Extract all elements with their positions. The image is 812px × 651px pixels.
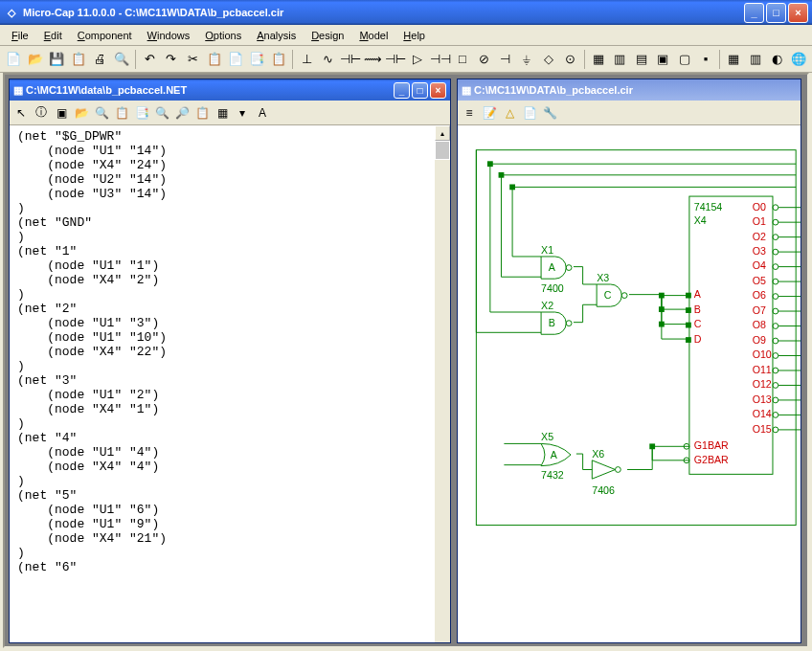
toolbar-button[interactable]: 📋 xyxy=(204,49,223,70)
menu-analysis[interactable]: Analysis xyxy=(249,28,304,43)
toolbar-button[interactable]: 🌐 xyxy=(789,49,808,70)
schematic-tool[interactable]: 🔧 xyxy=(540,103,559,123)
minimize-button[interactable]: _ xyxy=(744,3,764,23)
toolbar-button[interactable]: ▦ xyxy=(724,49,743,70)
netlist-tool[interactable]: ⓘ xyxy=(32,103,51,123)
schematic-tool[interactable]: 📄 xyxy=(520,103,539,123)
toolbar-button[interactable]: ↷ xyxy=(161,49,180,70)
svg-text:B: B xyxy=(549,317,555,328)
menu-help[interactable]: Help xyxy=(395,28,433,43)
netlist-tool[interactable]: 📋 xyxy=(192,103,212,123)
toolbar-button[interactable]: ⊣⊣ xyxy=(430,49,451,70)
toolbar-button[interactable]: ⊥ xyxy=(297,49,316,70)
menu-edit[interactable]: Edit xyxy=(36,28,70,43)
netlist-tool[interactable]: A xyxy=(253,103,272,123)
svg-text:X2: X2 xyxy=(541,300,553,311)
svg-rect-3 xyxy=(487,161,493,167)
netlist-scrollbar[interactable]: ▴ xyxy=(435,125,450,642)
toolbar-button[interactable]: ▪ xyxy=(696,49,715,70)
toolbar-button[interactable]: ✂ xyxy=(183,49,202,70)
menu-windows[interactable]: Windows xyxy=(140,28,198,43)
netlist-titlebar[interactable]: ▦ C:\MC11W\data\b_pcbaccel.NET _ □ × xyxy=(10,79,450,101)
menubar: FileEditComponentWindowsOptionsAnalysisD… xyxy=(0,25,812,46)
toolbar-button[interactable]: ▢ xyxy=(674,49,693,70)
toolbar-button[interactable]: ▤ xyxy=(631,49,650,70)
svg-point-56 xyxy=(773,353,778,359)
toolbar-button[interactable]: ▥ xyxy=(610,49,629,70)
scroll-up-button[interactable]: ▴ xyxy=(435,125,450,141)
toolbar-button[interactable]: 🔍 xyxy=(111,49,130,70)
svg-text:C: C xyxy=(694,318,702,329)
netlist-tool[interactable]: 🔍 xyxy=(152,103,171,123)
netlist-tool[interactable]: ▾ xyxy=(233,103,252,123)
toolbar-button[interactable]: ◐ xyxy=(767,49,786,70)
toolbar-button[interactable]: ⊣ xyxy=(496,49,515,70)
netlist-maximize-button[interactable]: □ xyxy=(412,82,428,99)
svg-point-44 xyxy=(773,294,778,300)
netlist-close-button[interactable]: × xyxy=(430,82,446,99)
netlist-tool[interactable]: 📑 xyxy=(132,103,151,123)
netlist-tool[interactable]: ↖ xyxy=(11,103,31,123)
netlist-tool[interactable]: ▣ xyxy=(52,103,71,123)
svg-text:O8: O8 xyxy=(753,319,766,330)
toolbar-button[interactable]: ∿ xyxy=(319,49,338,70)
netlist-tool[interactable]: 📂 xyxy=(72,103,91,123)
svg-text:O9: O9 xyxy=(753,334,766,346)
toolbar-button[interactable]: ⊣⊢ xyxy=(340,49,361,70)
schematic-tool[interactable]: 📝 xyxy=(480,103,499,123)
toolbar-button[interactable]: 📄 xyxy=(4,49,23,70)
schematic-canvas[interactable]: A X1 7400 B X2 C X3 A X5 7432 X6 7406 74… xyxy=(458,125,801,642)
netlist-title: C:\MC11W\data\b_pcbaccel.NET xyxy=(26,84,394,96)
toolbar-button[interactable]: ▣ xyxy=(653,49,672,70)
scroll-thumb[interactable] xyxy=(435,141,450,160)
toolbar-button[interactable]: ⟿ xyxy=(363,49,383,70)
svg-rect-1 xyxy=(509,184,515,190)
svg-text:X5: X5 xyxy=(541,432,553,443)
menu-options[interactable]: Options xyxy=(197,28,249,43)
svg-rect-78 xyxy=(686,323,691,328)
toolbar-button[interactable]: 📑 xyxy=(247,49,266,70)
svg-rect-2 xyxy=(499,172,505,178)
menu-model[interactable]: Model xyxy=(351,28,395,43)
toolbar-button[interactable]: □ xyxy=(453,49,472,70)
toolbar-button[interactable]: ▦ xyxy=(588,49,607,70)
schematic-tool[interactable]: △ xyxy=(500,103,519,123)
schematic-tool[interactable]: ≡ xyxy=(460,103,479,123)
toolbar-button[interactable]: ⊙ xyxy=(560,49,579,70)
svg-text:A: A xyxy=(694,289,702,301)
svg-text:O2: O2 xyxy=(753,231,766,242)
netlist-toolbar: ↖ⓘ▣📂🔍📋📑🔍🔎📋▦▾A xyxy=(10,101,450,125)
svg-text:O1: O1 xyxy=(753,215,766,227)
toolbar-button[interactable]: 📂 xyxy=(25,49,44,70)
menu-file[interactable]: File xyxy=(4,28,36,43)
toolbar-button[interactable]: 🖨 xyxy=(90,49,109,70)
netlist-text[interactable]: (net "$G_DPWR" (node "U1" "14") (node "X… xyxy=(10,125,435,642)
maximize-button[interactable]: □ xyxy=(766,3,786,23)
toolbar-button[interactable]: ⊘ xyxy=(474,49,493,70)
svg-rect-0 xyxy=(476,150,796,526)
close-button[interactable]: × xyxy=(788,3,808,23)
netlist-tool[interactable]: 🔎 xyxy=(172,103,192,123)
netlist-minimize-button[interactable]: _ xyxy=(394,82,410,99)
chip-ref: X4 xyxy=(694,214,707,226)
toolbar-button[interactable]: 📋 xyxy=(68,49,87,70)
menu-component[interactable]: Component xyxy=(70,28,140,43)
schematic-titlebar[interactable]: ▦ C:\MC11W\DATA\b_pcbaccel.cir xyxy=(458,79,801,101)
menu-design[interactable]: Design xyxy=(304,28,351,43)
toolbar-button[interactable]: 📄 xyxy=(226,49,245,70)
netlist-tool[interactable]: 🔍 xyxy=(92,103,111,123)
svg-point-35 xyxy=(773,249,778,255)
netlist-tool[interactable]: 📋 xyxy=(112,103,131,123)
svg-point-38 xyxy=(773,264,778,270)
svg-rect-7 xyxy=(649,443,655,449)
toolbar-button[interactable]: ◇ xyxy=(539,49,558,70)
toolbar-button[interactable]: ⏚ xyxy=(517,49,536,70)
toolbar-button[interactable]: ⊣⊢ xyxy=(385,49,406,70)
toolbar-button[interactable]: ▷ xyxy=(408,49,427,70)
toolbar-button[interactable]: 💾 xyxy=(47,49,66,70)
toolbar-button[interactable]: ▥ xyxy=(746,49,765,70)
toolbar-button[interactable]: 📋 xyxy=(269,49,288,70)
svg-text:7406: 7406 xyxy=(592,484,615,496)
toolbar-button[interactable]: ↶ xyxy=(140,49,159,70)
netlist-tool[interactable]: ▦ xyxy=(213,103,232,123)
